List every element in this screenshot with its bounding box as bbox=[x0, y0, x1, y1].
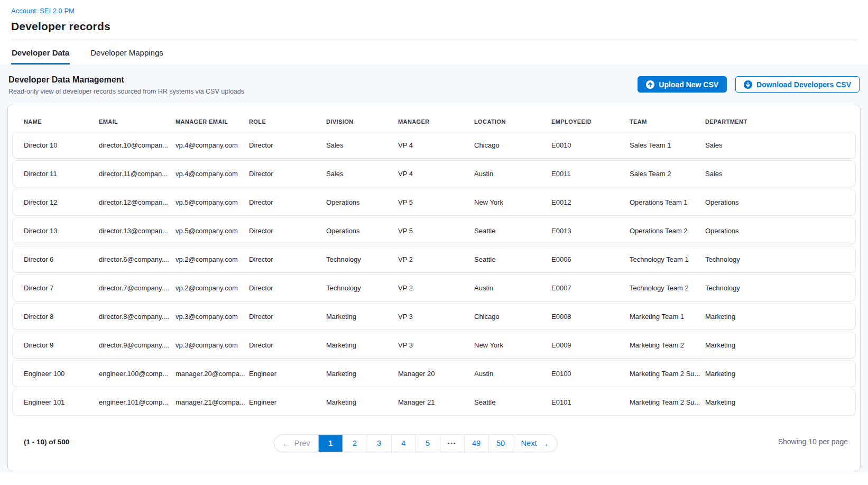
table-header-row: NAMEEMAILMANAGER EMAILROLEDIVISIONMANAGE… bbox=[13, 110, 855, 132]
cell-division: Marketing bbox=[326, 398, 398, 406]
page-button-49[interactable]: 49 bbox=[464, 435, 488, 452]
cell-manager-email: manager.20@compa... bbox=[176, 370, 249, 378]
cell-department: Sales bbox=[705, 170, 855, 178]
cell-manager: VP 5 bbox=[398, 198, 474, 206]
cell-manager: VP 5 bbox=[398, 227, 474, 235]
cell-manager-email: vp.2@company.com bbox=[176, 255, 249, 263]
column-header-location: LOCATION bbox=[474, 118, 551, 125]
cell-manager-email: vp.3@company.com bbox=[176, 313, 249, 321]
cell-department: Sales bbox=[705, 141, 855, 149]
cell-email: director.13@compan... bbox=[99, 227, 176, 235]
page-button-4[interactable]: 4 bbox=[391, 435, 415, 452]
cell-employeeid: E0008 bbox=[551, 313, 630, 321]
next-page-button[interactable]: Next→ bbox=[513, 435, 557, 452]
prev-page-button[interactable]: ←Prev bbox=[274, 435, 318, 452]
cell-location: Austin bbox=[474, 370, 551, 378]
cell-email: director.11@compan... bbox=[99, 170, 176, 178]
cell-department: Marketing bbox=[705, 341, 855, 349]
cell-team: Technology Team 1 bbox=[630, 255, 705, 263]
cell-employeeid: E0006 bbox=[551, 255, 630, 263]
cell-email: director.12@compan... bbox=[99, 198, 176, 206]
table-body: Director 10director.10@compan...vp.4@com… bbox=[13, 132, 855, 415]
section-header: Developer Data Management Read-only view… bbox=[7, 74, 861, 105]
cell-manager: VP 3 bbox=[398, 313, 474, 321]
table-row[interactable]: Director 9director.9@company....vp.3@com… bbox=[13, 332, 855, 358]
cell-role: Director bbox=[249, 255, 326, 263]
pagination-ellipsis: ••• bbox=[440, 435, 464, 452]
table-row[interactable]: Director 6director.6@company....vp.2@com… bbox=[13, 246, 855, 272]
upload-csv-label: Upload New CSV bbox=[659, 80, 718, 89]
cell-division: Sales bbox=[326, 141, 398, 149]
cell-location: New York bbox=[474, 341, 551, 349]
cell-location: Seattle bbox=[474, 255, 551, 263]
cell-department: Technology bbox=[705, 284, 855, 292]
table-row[interactable]: Engineer 100engineer.100@comp...manager.… bbox=[13, 361, 855, 387]
cell-role: Engineer bbox=[249, 370, 326, 378]
table-row[interactable]: Engineer 101engineer.101@comp...manager.… bbox=[13, 389, 855, 415]
cell-manager-email: vp.3@company.com bbox=[176, 341, 249, 349]
cell-team: Sales Team 1 bbox=[630, 141, 705, 149]
column-header-manager: MANAGER bbox=[398, 118, 474, 125]
page-button-5[interactable]: 5 bbox=[415, 435, 440, 452]
cell-location: New York bbox=[474, 198, 551, 206]
cell-email: engineer.101@comp... bbox=[99, 398, 176, 406]
download-csv-button[interactable]: Download Developers CSV bbox=[735, 76, 860, 93]
cell-manager: VP 2 bbox=[398, 284, 474, 292]
cell-division: Operations bbox=[326, 227, 398, 235]
cell-team: Marketing Team 1 bbox=[630, 313, 705, 321]
column-header-team: TEAM bbox=[630, 118, 705, 125]
cell-manager: VP 3 bbox=[398, 341, 474, 349]
table-row[interactable]: Director 11director.11@compan...vp.4@com… bbox=[13, 161, 855, 187]
cell-division: Technology bbox=[326, 255, 398, 263]
cell-name: Director 7 bbox=[24, 284, 99, 292]
cell-location: Chicago bbox=[474, 313, 551, 321]
cell-location: Austin bbox=[474, 284, 551, 292]
cell-manager-email: vp.4@company.com bbox=[176, 170, 249, 178]
cell-department: Marketing bbox=[705, 313, 855, 321]
next-label: Next bbox=[521, 439, 537, 447]
section-titles: Developer Data Management Read-only view… bbox=[8, 75, 244, 95]
table-row[interactable]: Director 13director.13@compan...vp.5@com… bbox=[13, 218, 855, 244]
cell-division: Operations bbox=[326, 198, 398, 206]
cell-department: Operations bbox=[705, 227, 855, 235]
download-csv-label: Download Developers CSV bbox=[756, 80, 851, 89]
upload-csv-button[interactable]: Upload New CSV bbox=[638, 76, 727, 93]
cell-manager-email: vp.4@company.com bbox=[176, 141, 249, 149]
cell-location: Austin bbox=[474, 170, 551, 178]
page-button-2[interactable]: 2 bbox=[343, 435, 367, 452]
cell-division: Marketing bbox=[326, 341, 398, 349]
cell-manager: Manager 21 bbox=[398, 398, 474, 406]
cell-email: director.10@compan... bbox=[99, 141, 176, 149]
page-title: Developer records bbox=[11, 20, 857, 33]
per-page-text: Showing 10 per page bbox=[778, 437, 848, 446]
page-button-3[interactable]: 3 bbox=[367, 435, 391, 452]
cell-manager: Manager 20 bbox=[398, 370, 474, 378]
column-header-name: NAME bbox=[24, 118, 99, 125]
cell-role: Director bbox=[249, 198, 326, 206]
arrow-down-circle-icon bbox=[744, 80, 752, 89]
page-button-1[interactable]: 1 bbox=[318, 435, 343, 452]
table-row[interactable]: Director 7director.7@company....vp.2@com… bbox=[13, 275, 855, 301]
table-row[interactable]: Director 12director.12@compan...vp.5@com… bbox=[13, 189, 855, 215]
cell-name: Director 6 bbox=[24, 255, 99, 263]
cell-employeeid: E0011 bbox=[551, 170, 630, 178]
cell-manager: VP 4 bbox=[398, 170, 474, 178]
tab-developer-data[interactable]: Developer Data bbox=[11, 40, 70, 65]
tab-developer-mappings[interactable]: Developer Mappings bbox=[90, 40, 164, 65]
cell-manager-email: vp.2@company.com bbox=[176, 284, 249, 292]
cell-department: Marketing bbox=[705, 398, 855, 406]
column-header-division: DIVISION bbox=[326, 118, 398, 125]
table-row[interactable]: Director 10director.10@compan...vp.4@com… bbox=[13, 132, 855, 158]
table-row[interactable]: Director 8director.8@company....vp.3@com… bbox=[13, 304, 855, 330]
cell-role: Director bbox=[249, 141, 326, 149]
cell-employeeid: E0007 bbox=[551, 284, 630, 292]
cell-team: Operations Team 2 bbox=[630, 227, 705, 235]
cell-name: Director 12 bbox=[24, 198, 99, 206]
page-button-50[interactable]: 50 bbox=[488, 435, 513, 452]
account-breadcrumb-link[interactable]: Account: SEI 2.0 PM bbox=[11, 7, 75, 15]
cell-manager: VP 4 bbox=[398, 141, 474, 149]
section-title: Developer Data Management bbox=[8, 75, 244, 85]
cell-department: Technology bbox=[705, 255, 855, 263]
arrow-up-circle-icon bbox=[646, 80, 654, 89]
cell-role: Director bbox=[249, 341, 326, 349]
